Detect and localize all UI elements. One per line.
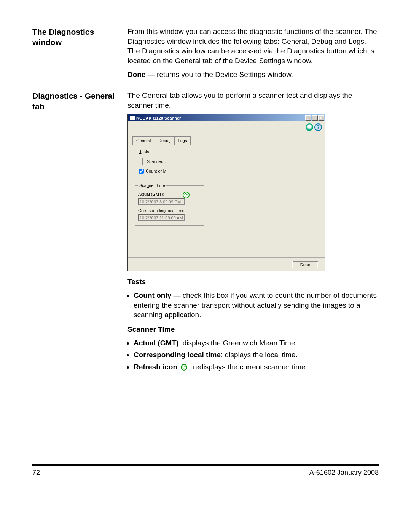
page-number: 72 [32, 469, 40, 477]
done-button[interactable]: Done [292, 261, 318, 268]
app-icon [130, 116, 135, 120]
footer-rule [32, 464, 379, 466]
local-time-bullet: Corresponding local time: displays the l… [134, 350, 379, 360]
minimize-button[interactable]: _ [305, 115, 311, 121]
tab-general[interactable]: General [132, 136, 155, 145]
refresh-icon[interactable] [183, 192, 190, 198]
local-time-label: Corresponding local time: [138, 208, 201, 214]
close-button[interactable]: × [318, 115, 324, 121]
home-icon[interactable] [306, 123, 313, 131]
actual-gmt-bullet: Actual (GMT): displays the Greenwich Mea… [134, 338, 379, 348]
done-label: Done [127, 70, 146, 78]
diag-window-description: From this window you can access the diag… [127, 27, 379, 66]
count-only-label: Count only [146, 168, 166, 174]
scanner-time-legend: Scanner Time [138, 183, 166, 189]
doc-reference: A-61602 January 2008 [309, 469, 379, 477]
refresh-icon-inline [181, 364, 187, 371]
tab-panel-general: Tests Scanner... Count only Scanner Time… [132, 145, 320, 254]
local-time-value: 10/2/2007 11:09:09 AM [138, 214, 185, 221]
tests-legend: Tests [138, 149, 150, 155]
done-description: Done — returns you to the Device Setting… [127, 70, 379, 80]
titlebar[interactable]: KODAK i1120 Scanner _ □ × [128, 114, 325, 121]
maximize-button[interactable]: □ [312, 115, 318, 121]
count-only-checkbox[interactable] [139, 169, 144, 174]
actual-gmt-label: Actual (GMT): [138, 192, 164, 197]
tab-logs[interactable]: Logs [174, 136, 191, 145]
toolbar: ? [128, 121, 325, 133]
tests-subheading: Tests [127, 277, 379, 287]
window-title: KODAK i1120 Scanner [136, 115, 181, 121]
scanner-button[interactable]: Scanner... [142, 158, 170, 165]
section-heading-diagnostics-window: The Diagnostics window [32, 27, 127, 83]
tab-debug[interactable]: Debug [155, 136, 174, 145]
scanner-time-subheading: Scanner Time [127, 324, 379, 334]
general-tab-description: The General tab allows you to perform a … [127, 91, 379, 110]
tabs: General Debug Logs [132, 136, 320, 145]
tests-group: Tests Scanner... Count only [135, 149, 204, 179]
help-icon[interactable]: ? [314, 123, 322, 131]
scanner-time-group: Scanner Time Actual (GMT): 10/2/2007 3:0… [135, 183, 204, 226]
actual-gmt-value: 10/2/2007 3:09:09 PM [138, 198, 185, 205]
count-only-bullet: Count only — check this box if you want … [134, 291, 379, 320]
bottom-bar: Done [128, 258, 325, 271]
diagnostics-window: KODAK i1120 Scanner _ □ × ? General Deb [127, 114, 325, 271]
section-heading-general-tab: Diagnostics - General tab [32, 91, 127, 376]
refresh-bullet: Refresh icon : redisplays the current sc… [134, 362, 379, 372]
